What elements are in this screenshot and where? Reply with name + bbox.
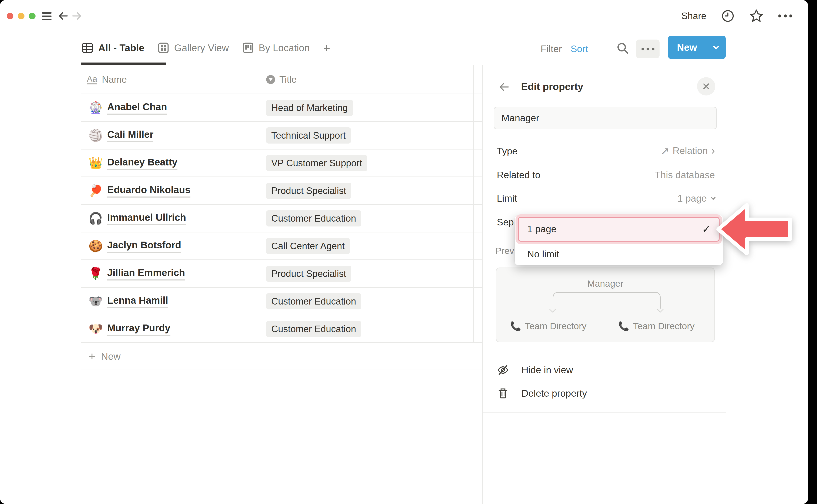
hide-in-view-button[interactable]: Hide in view bbox=[497, 364, 573, 376]
title-cell[interactable]: Call Center Agent bbox=[261, 232, 474, 259]
name-cell[interactable]: 🐨 Lenna Hamill bbox=[81, 288, 261, 315]
column-label: Title bbox=[279, 74, 297, 85]
relation-pill[interactable]: Product Specialist bbox=[266, 183, 351, 199]
title-cell[interactable]: Product Specialist bbox=[261, 260, 474, 287]
tab-all-table[interactable]: All - Table bbox=[81, 42, 144, 54]
name-cell[interactable]: 👑 Delaney Beatty bbox=[81, 149, 261, 177]
close-panel-button[interactable] bbox=[697, 77, 715, 95]
page-link[interactable]: Immanuel Ullrich bbox=[107, 212, 186, 225]
panel-title: Edit property bbox=[521, 81, 583, 92]
page-link[interactable]: Delaney Beatty bbox=[107, 156, 177, 170]
title-cell[interactable]: VP Customer Support bbox=[261, 149, 474, 177]
name-cell[interactable]: 🍪 Jaclyn Botsford bbox=[81, 232, 261, 259]
name-cell[interactable]: 🏓 Eduardo Nikolaus bbox=[81, 177, 261, 204]
chevron-down-icon bbox=[713, 43, 719, 49]
title-cell[interactable]: Technical Support bbox=[261, 122, 474, 149]
title-cell[interactable]: Head of Marketing bbox=[261, 94, 474, 121]
preview-root-label: Manager bbox=[497, 278, 714, 289]
table-row[interactable]: 🐨 Lenna Hamill Customer Education bbox=[81, 288, 482, 315]
column-header-title[interactable]: Title bbox=[261, 65, 474, 94]
preview-label-fragment: Prev bbox=[495, 246, 514, 256]
close-icon bbox=[702, 82, 710, 90]
add-view-button[interactable]: + bbox=[323, 41, 330, 55]
preview-connector bbox=[553, 292, 661, 309]
property-name-input[interactable]: Manager bbox=[494, 107, 717, 129]
share-button[interactable]: Share bbox=[682, 11, 706, 21]
title-cell[interactable]: Customer Education bbox=[261, 205, 474, 232]
board-view-icon bbox=[242, 42, 254, 54]
relation-pill[interactable]: Customer Education bbox=[266, 321, 361, 337]
favorite-star-icon[interactable] bbox=[749, 9, 763, 23]
new-button[interactable]: New bbox=[668, 36, 706, 59]
new-row-button[interactable]: + New bbox=[81, 343, 482, 370]
relation-pill[interactable]: Product Specialist bbox=[266, 266, 351, 282]
plus-icon: + bbox=[323, 41, 330, 55]
type-row-label: Type bbox=[497, 146, 518, 157]
relation-pill[interactable]: Customer Education bbox=[266, 210, 361, 226]
name-cell[interactable]: 🐶 Murray Purdy bbox=[81, 315, 261, 342]
relation-arrow-icon: ↗ bbox=[661, 145, 669, 157]
history-clock-icon[interactable] bbox=[721, 9, 734, 23]
table-row[interactable]: 🐶 Murray Purdy Customer Education bbox=[81, 315, 482, 343]
close-window-button[interactable] bbox=[7, 13, 13, 19]
page-link[interactable]: Eduardo Nikolaus bbox=[107, 184, 190, 198]
relation-pill[interactable]: Head of Marketing bbox=[266, 100, 353, 116]
limit-row-value[interactable]: 1 page bbox=[677, 193, 715, 204]
column-divider[interactable] bbox=[474, 65, 474, 342]
page-emoji-icon: 🐨 bbox=[88, 295, 102, 308]
table-row[interactable]: 🎧 Immanuel Ullrich Customer Education bbox=[81, 205, 482, 232]
window-titlebar: Share bbox=[0, 0, 808, 32]
page-link[interactable]: Jaclyn Botsford bbox=[107, 239, 181, 253]
relation-pill[interactable]: Call Center Agent bbox=[266, 238, 350, 254]
title-cell[interactable]: Product Specialist bbox=[261, 177, 474, 204]
title-cell[interactable]: Customer Education bbox=[261, 288, 474, 315]
sort-button[interactable]: Sort bbox=[571, 43, 588, 54]
back-icon[interactable] bbox=[58, 11, 68, 21]
panel-divider bbox=[483, 412, 726, 413]
filter-button[interactable]: Filter bbox=[541, 43, 562, 54]
tab-by-location[interactable]: By Location bbox=[242, 42, 310, 54]
relation-pill[interactable]: Customer Education bbox=[266, 293, 361, 309]
page-link[interactable]: Murray Purdy bbox=[107, 322, 170, 336]
table-row[interactable]: 👑 Delaney Beatty VP Customer Support bbox=[81, 149, 482, 177]
minimize-window-button[interactable] bbox=[18, 13, 24, 19]
related-row-value[interactable]: This database bbox=[655, 169, 715, 181]
relation-pill[interactable]: VP Customer Support bbox=[266, 155, 367, 171]
type-row-value[interactable]: ↗ Relation › bbox=[661, 145, 715, 157]
name-cell[interactable]: 🌹 Jillian Emmerich bbox=[81, 260, 261, 287]
page-link[interactable]: Lenna Hamill bbox=[107, 295, 168, 308]
table-row[interactable]: 🏐 Cali Miller Technical Support bbox=[81, 122, 482, 149]
table-row[interactable]: 🍪 Jaclyn Botsford Call Center Agent bbox=[81, 232, 482, 260]
name-cell[interactable]: 🏐 Cali Miller bbox=[81, 122, 261, 149]
page-emoji-icon: 🌹 bbox=[88, 267, 102, 280]
name-cell[interactable]: 🎡 Anabel Chan bbox=[81, 94, 261, 121]
page-link[interactable]: Jillian Emmerich bbox=[107, 267, 185, 280]
tab-gallery-view[interactable]: Gallery View bbox=[157, 42, 229, 54]
sidebar-menu-icon[interactable] bbox=[42, 12, 51, 20]
relation-pill[interactable]: Technical Support bbox=[266, 127, 351, 144]
chevron-right-icon: › bbox=[711, 146, 715, 155]
search-icon[interactable] bbox=[616, 42, 629, 55]
plus-icon: + bbox=[88, 349, 95, 363]
name-cell[interactable]: 🎧 Immanuel Ullrich bbox=[81, 205, 261, 232]
page-emoji-icon: 🏐 bbox=[88, 129, 102, 142]
delete-property-button[interactable]: Delete property bbox=[497, 387, 587, 400]
page-link[interactable]: Anabel Chan bbox=[107, 101, 167, 115]
table-row[interactable]: 🏓 Eduardo Nikolaus Product Specialist bbox=[81, 177, 482, 205]
table-row[interactable]: 🌹 Jillian Emmerich Product Specialist bbox=[81, 260, 482, 288]
new-dropdown-button[interactable] bbox=[706, 36, 726, 59]
more-options-icon[interactable] bbox=[778, 14, 792, 17]
view-options-ellipsis-button[interactable] bbox=[636, 40, 660, 58]
title-cell[interactable]: Customer Education bbox=[261, 315, 474, 342]
column-header-name[interactable]: Aa Name bbox=[81, 65, 261, 94]
forward-icon[interactable] bbox=[71, 11, 82, 21]
table-row[interactable]: 🎡 Anabel Chan Head of Marketing bbox=[81, 94, 482, 122]
page-emoji-icon: 🎧 bbox=[88, 212, 102, 225]
select-property-icon bbox=[266, 75, 275, 84]
zoom-window-button[interactable] bbox=[29, 13, 36, 19]
back-icon[interactable] bbox=[498, 81, 510, 93]
page-link[interactable]: Cali Miller bbox=[107, 129, 153, 142]
dropdown-option-1-page[interactable]: 1 page ✓ bbox=[515, 215, 723, 243]
dropdown-option-no-limit[interactable]: No limit bbox=[515, 243, 723, 265]
column-divider[interactable] bbox=[261, 65, 261, 342]
